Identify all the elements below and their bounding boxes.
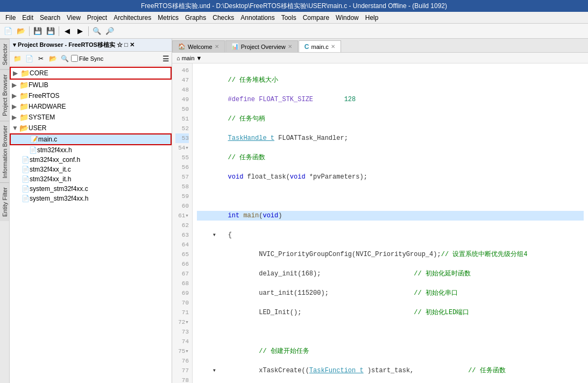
toolbar-new[interactable]: 📄 bbox=[2, 25, 14, 37]
tree-file-stm32f4xx-h[interactable]: 📄 stm32f4xx.h bbox=[10, 145, 172, 155]
selector-tab[interactable]: Selector bbox=[0, 39, 9, 69]
code-content[interactable]: // 任务堆栈大小 #define FLOAT_STK_SIZE 128 // … bbox=[193, 63, 588, 383]
stm32conf-icon: 📄 bbox=[22, 156, 30, 164]
tree-file-stm32f4xx-itc[interactable]: 📄 stm32f4xx_it.c bbox=[10, 165, 172, 174]
menu-item-file[interactable]: File bbox=[2, 13, 19, 23]
welcome-close[interactable]: ✕ bbox=[215, 44, 219, 49]
user-folder-icon: 📂 bbox=[19, 124, 29, 132]
menu-item-checks[interactable]: Checks bbox=[209, 13, 237, 23]
menu-item-tools[interactable]: Tools bbox=[278, 13, 300, 23]
code-line-51: void float_task(void *pvParameters); bbox=[197, 172, 584, 182]
system-label: SYSTEM bbox=[29, 114, 55, 121]
ln-70: 70 bbox=[175, 298, 189, 308]
browser-new-folder[interactable]: 📁 bbox=[12, 53, 23, 64]
project-browser-tab[interactable]: Project Browser bbox=[0, 69, 9, 120]
toolbar-open[interactable]: 📂 bbox=[15, 25, 27, 37]
ln-72: 72▾ bbox=[175, 317, 189, 327]
core-arrow: ▶ bbox=[13, 69, 20, 77]
ln-67: 67 bbox=[175, 269, 189, 279]
menu-item-metrics[interactable]: Metrics bbox=[154, 13, 182, 23]
tree-folder-freertos[interactable]: ▶ 📁 FreeRTOS bbox=[10, 90, 172, 101]
menu-item-compare[interactable]: Compare bbox=[300, 13, 332, 23]
code-line-50: // 任务函数 bbox=[197, 153, 584, 162]
welcome-icon: 🏠 bbox=[178, 43, 186, 50]
tab-main-c[interactable]: C main.c ✕ bbox=[299, 40, 341, 52]
toolbar-back[interactable]: ◀ bbox=[61, 25, 73, 37]
toolbar-save-all[interactable]: 💾 bbox=[45, 25, 56, 37]
ln-75: 75▾ bbox=[175, 346, 189, 356]
mainc-close[interactable]: ✕ bbox=[331, 44, 335, 49]
left-panel: ▾ Project Browser - FreeRTOS移植实 ☆ □ ✕ 📁 … bbox=[10, 39, 172, 383]
ln-51: 51 bbox=[175, 114, 189, 124]
toolbar-zoom[interactable]: 🔎 bbox=[104, 25, 116, 37]
main-c-icon: 📝 bbox=[30, 136, 38, 143]
ln-58: 58 bbox=[175, 182, 189, 191]
ln-61: 61▾ bbox=[175, 211, 189, 221]
code-editor[interactable]: 46 47 48 49 50 51 52 53 54▾ 55 56 57 58 … bbox=[172, 63, 588, 383]
project-browser-title: ▾ Project Browser - FreeRTOS移植实 ☆ □ ✕ bbox=[13, 41, 134, 49]
stm32h-icon: 📄 bbox=[29, 146, 37, 154]
tree-folder-core[interactable]: ▶ 📁 CORE bbox=[10, 67, 172, 80]
line-numbers: 46 47 48 49 50 51 52 53 54▾ 55 56 57 58 … bbox=[172, 63, 193, 383]
hamburger-menu[interactable]: ☰ bbox=[162, 54, 169, 63]
tree-folder-fwlib[interactable]: ▶ 📁 FWLIB bbox=[10, 80, 172, 90]
toolbar-sep-2 bbox=[59, 26, 59, 36]
browser-search[interactable]: 🔍 bbox=[59, 53, 70, 64]
file-tree: ▶ 📁 CORE ▶ 📁 FWLIB ▶ 📁 FreeRTOS ▶ bbox=[10, 66, 172, 383]
freertos-label: FreeRTOS bbox=[29, 92, 60, 100]
core-folder-icon: 📁 bbox=[20, 69, 30, 77]
tab-project-overview[interactable]: 📊 Project Overview ✕ bbox=[225, 40, 298, 52]
sysf4c-label: system_stm32f4xx.c bbox=[30, 185, 88, 193]
tab-welcome[interactable]: 🏠 Welcome ✕ bbox=[172, 40, 225, 52]
browser-open-folder[interactable]: 📂 bbox=[47, 53, 58, 64]
code-line-59 bbox=[197, 327, 584, 337]
menu-item-graphs[interactable]: Graphs bbox=[182, 13, 209, 23]
overview-close[interactable]: ✕ bbox=[288, 44, 292, 49]
freertos-arrow: ▶ bbox=[12, 92, 19, 100]
tree-folder-hardware[interactable]: ▶ 📁 HARDWARE bbox=[10, 101, 172, 112]
stm32h-label: stm32f4xx.h bbox=[37, 146, 72, 154]
toolbar-search[interactable]: 🔍 bbox=[91, 25, 103, 37]
toolbar-forward[interactable]: ▶ bbox=[74, 25, 86, 37]
menu-item-search[interactable]: Search bbox=[37, 13, 63, 23]
tree-file-system-stm32c[interactable]: 📄 system_stm32f4xx.c bbox=[10, 184, 172, 194]
mainc-tab-label: main.c bbox=[311, 44, 328, 50]
ln-55: 55 bbox=[175, 153, 189, 162]
menu-item-architectures[interactable]: Architectures bbox=[110, 13, 154, 23]
sysf4c-icon: 📄 bbox=[22, 185, 30, 193]
ln-66: 66 bbox=[175, 259, 189, 269]
tree-file-system-stm32h[interactable]: 📄 system_stm32f4xx.h bbox=[10, 194, 172, 203]
toolbar-save[interactable]: 💾 bbox=[32, 25, 44, 37]
system-arrow: ▶ bbox=[12, 114, 19, 121]
code-line-60: // 创建开始任务 bbox=[197, 346, 584, 356]
browser-cut[interactable]: ✂ bbox=[36, 53, 46, 64]
stm32itc-label: stm32f4xx_it.c bbox=[30, 166, 71, 173]
information-browser-tab[interactable]: Information Browser bbox=[0, 120, 9, 182]
entity-filter-tab[interactable]: Entity Filter bbox=[0, 182, 9, 221]
project-browser-header: ▾ Project Browser - FreeRTOS移植实 ☆ □ ✕ bbox=[10, 39, 172, 52]
ln-64: 64 bbox=[175, 240, 189, 250]
sysf4h-icon: 📄 bbox=[22, 195, 30, 202]
menu-bar: FileEditSearchViewProjectArchitecturesMe… bbox=[0, 12, 588, 24]
tabs-bar: 🏠 Welcome ✕ 📊 Project Overview ✕ C main.… bbox=[172, 39, 588, 53]
fwlib-label: FWLIB bbox=[29, 81, 48, 89]
menu-item-window[interactable]: Window bbox=[332, 13, 362, 23]
tree-file-main-c[interactable]: 📝 main.c bbox=[10, 133, 172, 145]
menu-item-annotations[interactable]: Annotations bbox=[237, 13, 278, 23]
sysf4h-label: system_stm32f4xx.h bbox=[30, 195, 88, 202]
code-line-47: #define FLOAT_STK_SIZE 128 bbox=[197, 95, 584, 104]
tree-folder-system[interactable]: ▶ 📁 SYSTEM bbox=[10, 112, 172, 123]
menu-item-edit[interactable]: Edit bbox=[19, 13, 37, 23]
title-bar: FreeRTOS移植实验.und - D:\Desktop\FreeRTOS移植… bbox=[0, 0, 588, 12]
file-sync-checkbox[interactable] bbox=[71, 55, 78, 62]
code-line-61: ▾ xTaskCreate((TaskFunction_t )start_tas… bbox=[197, 366, 584, 375]
tree-folder-user[interactable]: ▼ 📂 USER bbox=[10, 123, 172, 133]
menu-item-help[interactable]: Help bbox=[362, 13, 382, 23]
browser-new-file[interactable]: 📄 bbox=[24, 53, 34, 64]
tree-file-stm32f4xx-ith[interactable]: 📄 stm32f4xx_it.h bbox=[10, 174, 172, 184]
user-label: USER bbox=[29, 124, 46, 132]
menu-item-project[interactable]: Project bbox=[84, 13, 110, 23]
ln-60: 60 bbox=[175, 201, 189, 211]
menu-item-view[interactable]: View bbox=[63, 13, 84, 23]
tree-file-stm32f4xx-conf[interactable]: 📄 stm32f4xx_conf.h bbox=[10, 155, 172, 165]
